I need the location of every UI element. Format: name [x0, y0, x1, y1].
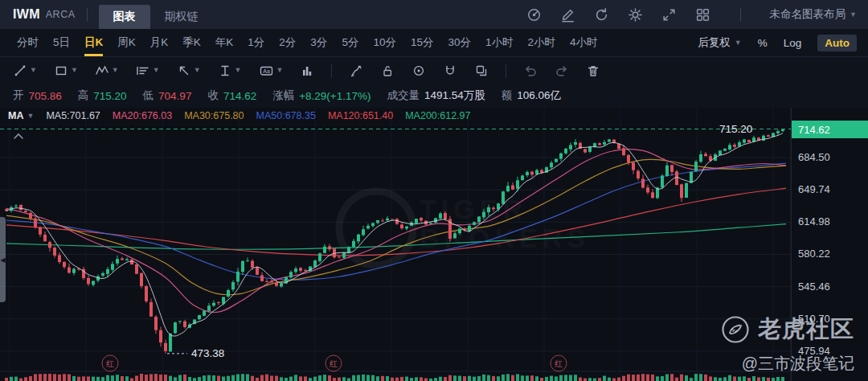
exchange-label: ARCA — [46, 9, 76, 20]
ma20-value: MA20:676.03 — [113, 110, 172, 121]
gauge-icon[interactable] — [526, 6, 542, 23]
change-label: 涨幅 — [272, 88, 294, 103]
ma-indicator-dropdown[interactable]: MA ▼ — [8, 110, 34, 121]
tf-monthly[interactable]: 月K — [143, 29, 176, 56]
divider — [331, 63, 332, 78]
tf-1min[interactable]: 1分 — [240, 29, 272, 56]
symbol-label: IWM — [13, 7, 40, 22]
high-label: 高 — [78, 88, 89, 103]
svg-text:715.20: 715.20 — [719, 123, 752, 135]
ma200-value: MA200:612.97 — [405, 110, 470, 121]
brand-name: 老虎社区 — [758, 313, 854, 346]
tf-3min[interactable]: 3分 — [303, 29, 334, 56]
tab-chart[interactable]: 图表 — [99, 5, 150, 29]
change-value: +8.29(+1.17%) — [299, 90, 371, 102]
undo-button[interactable] — [523, 63, 538, 78]
current-price-tag: 714.62 — [792, 121, 868, 138]
chevron-down-icon: ▼ — [235, 67, 242, 74]
svg-text:473.38: 473.38 — [191, 347, 224, 359]
measure-tool[interactable]: ▼ — [218, 63, 242, 78]
trend-line-tool[interactable]: ▼ — [13, 63, 37, 78]
volume-profile-tool[interactable] — [300, 63, 314, 78]
svg-text:红: 红 — [555, 359, 563, 368]
redo-button[interactable] — [555, 63, 569, 78]
amount-value: 106.06亿 — [517, 88, 561, 103]
pane-collapse-chevron[interactable] — [13, 129, 24, 143]
chevron-down-icon: ▼ — [71, 67, 78, 74]
clone-icon[interactable] — [474, 63, 489, 78]
tf-weekly[interactable]: 周K — [110, 29, 143, 56]
text-label-tool[interactable]: Aa ▼ — [259, 63, 284, 78]
magnet-icon[interactable] — [443, 63, 457, 78]
low-value: 704.97 — [158, 90, 191, 102]
chevron-left-icon: ◀ — [0, 256, 5, 264]
settings-icon[interactable] — [628, 6, 644, 23]
tf-4hour[interactable]: 4小时 — [563, 29, 605, 56]
amount-label: 额 — [502, 88, 513, 103]
log-scale-button[interactable]: Log — [784, 37, 802, 49]
chevron-down-icon: ▼ — [276, 67, 284, 74]
percent-scale-button[interactable]: % — [758, 37, 768, 49]
svg-text:红: 红 — [330, 359, 338, 368]
chevron-down-icon: ▼ — [153, 67, 160, 74]
ma50-value: MA50:678.35 — [256, 110, 316, 121]
close-label: 收 — [207, 88, 219, 103]
annotate-icon[interactable] — [560, 6, 576, 23]
tf-daily[interactable]: 日K — [77, 29, 110, 56]
drawing-panel-handle[interactable]: ◀ — [0, 217, 6, 302]
open-value: 705.86 — [29, 90, 62, 102]
tf-10min[interactable]: 10分 — [366, 29, 403, 56]
chevron-down-icon: ▼ — [735, 39, 742, 47]
arrow-tool[interactable]: ▼ — [177, 63, 201, 78]
svg-text:红: 红 — [106, 359, 114, 368]
brush-tool[interactable] — [349, 63, 363, 78]
tf-5day[interactable]: 5日 — [46, 29, 77, 56]
low-label: 低 — [143, 88, 154, 103]
auto-scale-button[interactable]: Auto — [817, 35, 857, 51]
refresh-icon[interactable] — [594, 6, 610, 23]
axis-tick-label: 614.98 — [798, 215, 830, 227]
wave-pattern-tool[interactable]: ▼ — [95, 63, 119, 78]
tf-5min[interactable]: 5分 — [334, 29, 366, 56]
chevron-down-icon: ▼ — [112, 67, 119, 74]
divider — [506, 63, 506, 78]
adjust-mode-dropdown[interactable]: 后复权 ▼ — [698, 35, 741, 50]
quote-bar: 开 705.86 高 715.20 低 704.97 收 714.62 涨幅 +… — [0, 84, 868, 108]
line-tools[interactable]: ▼ — [136, 63, 160, 78]
candlestick-chart[interactable]: TIGERBROKERS715.20473.38红红红 MA ▼ MA5:701… — [0, 108, 868, 381]
tf-1hour[interactable]: 1小时 — [478, 29, 521, 56]
tab-option-chain[interactable]: 期权链 — [150, 5, 213, 29]
chart-layout-dropdown[interactable]: 未命名图表布局 ▼ — [770, 7, 857, 22]
axis-tick-label: 545.46 — [798, 281, 830, 293]
axis-tick-label: 684.50 — [798, 151, 830, 163]
tf-15min[interactable]: 15分 — [403, 29, 441, 56]
delete-icon[interactable] — [586, 63, 600, 78]
chevron-down-icon: ▼ — [850, 11, 857, 18]
title-bar: IWM ARCA 图表 期权链 — [0, 0, 868, 29]
timeframe-bar: 分时 5日 日K 周K 月K 季K 年K 1分 2分 3分 5分 10分 15分… — [0, 29, 868, 56]
tf-2hour[interactable]: 2小时 — [521, 29, 563, 56]
ma-legend: MA ▼ MA5:701.67 MA20:676.03 MA30:675.80 … — [8, 110, 471, 121]
target-icon[interactable] — [411, 63, 426, 78]
divider — [87, 8, 88, 21]
tf-30min[interactable]: 30分 — [440, 29, 478, 56]
open-label: 开 — [13, 88, 24, 103]
chevron-down-icon: ▼ — [194, 67, 201, 74]
tf-2min[interactable]: 2分 — [272, 29, 303, 56]
volume-label: 成交量 — [387, 88, 420, 103]
ma30-value: MA30:675.80 — [184, 110, 244, 121]
lock-icon[interactable] — [380, 63, 395, 78]
tiger-logo-icon — [721, 315, 750, 344]
tf-quarterly[interactable]: 季K — [175, 29, 208, 56]
layout-grid-icon[interactable] — [695, 6, 711, 23]
shapes-tool[interactable]: ▼ — [54, 63, 78, 78]
fullscreen-icon[interactable] — [661, 6, 678, 23]
close-value: 714.62 — [223, 90, 256, 102]
tf-minute-line[interactable]: 分时 — [10, 29, 46, 56]
volume-value: 1491.54万股 — [424, 88, 485, 103]
author-handle: @三市波段笔记 — [721, 353, 854, 375]
tiger-trade-chart-window: IWM ARCA 图表 期权链 — [0, 0, 868, 381]
ma5-value: MA5:701.67 — [46, 110, 100, 121]
tf-yearly[interactable]: 年K — [208, 29, 241, 56]
ma120-value: MA120:651.40 — [328, 110, 393, 121]
